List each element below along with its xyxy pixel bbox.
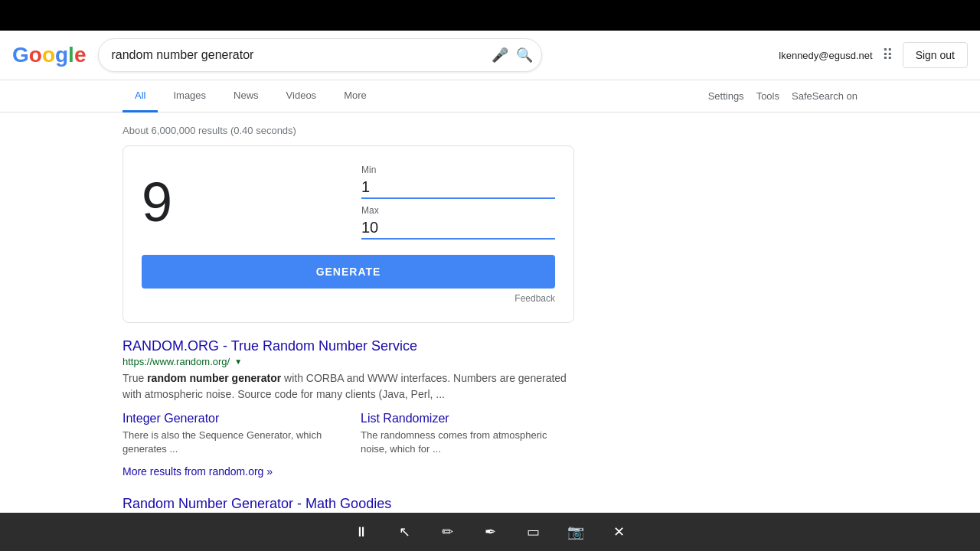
nav-item-more[interactable]: More bbox=[332, 80, 379, 112]
nav-item-all[interactable]: All bbox=[122, 80, 158, 112]
generate-button[interactable]: GENERATE bbox=[142, 255, 555, 289]
rng-number: 9 bbox=[142, 171, 361, 233]
highlight-button[interactable]: ✒ bbox=[476, 518, 504, 546]
pencil-button[interactable]: ✏ bbox=[433, 518, 461, 546]
sub-result-desc-list: The randomness comes from atmospheric no… bbox=[361, 429, 574, 456]
rng-widget: 9 Min Max GENERATE Feedback bbox=[122, 145, 574, 323]
close-button[interactable]: ✕ bbox=[605, 518, 632, 546]
result-title-2[interactable]: Random Number Generator - Math Goodies bbox=[122, 496, 391, 511]
top-bar bbox=[0, 0, 980, 31]
header-right: lkennedy@egusd.net ⠿ Sign out bbox=[779, 42, 968, 68]
google-logo[interactable]: Google bbox=[12, 43, 86, 67]
more-results-link[interactable]: More results from random.org » bbox=[122, 465, 574, 478]
main-content: About 6,000,000 results (0.40 seconds) 9… bbox=[0, 112, 980, 549]
rng-top: 9 Min Max bbox=[142, 165, 555, 240]
result-item-1: RANDOM.ORG - True Random Number Service … bbox=[122, 338, 574, 478]
rng-min-label: Min bbox=[361, 165, 555, 175]
search-box-container: 🎤 🔍 bbox=[98, 38, 542, 72]
nav-bar: All Images News Videos More Settings Too… bbox=[0, 80, 980, 112]
rng-min-input[interactable] bbox=[361, 177, 555, 199]
nav-right: Settings Tools SafeSearch on bbox=[708, 90, 858, 102]
bottom-toolbar: ⏸ ↖ ✏ ✒ ▭ 📷 ✕ bbox=[0, 513, 980, 549]
result-url-1: https://www.random.org/ bbox=[122, 356, 230, 367]
sub-result-integer: Integer Generator There is also the Sequ… bbox=[122, 412, 336, 456]
nav-item-videos[interactable]: Videos bbox=[274, 80, 329, 112]
rectangle-button[interactable]: ▭ bbox=[519, 518, 547, 546]
search-icon[interactable]: 🔍 bbox=[516, 47, 533, 64]
safesearch-label: SafeSearch on bbox=[792, 90, 858, 102]
nav-item-images[interactable]: Images bbox=[161, 80, 218, 112]
result-url-arrow-1[interactable]: ▼ bbox=[234, 357, 242, 366]
rng-max-input[interactable] bbox=[361, 217, 555, 240]
rng-max-label: Max bbox=[361, 205, 555, 216]
rng-min-group: Min bbox=[361, 165, 555, 199]
sub-result-title-integer[interactable]: Integer Generator bbox=[122, 412, 219, 425]
grid-icon[interactable]: ⠿ bbox=[882, 46, 893, 64]
user-email: lkennedy@egusd.net bbox=[779, 50, 872, 61]
mic-icon[interactable]: 🎤 bbox=[492, 47, 508, 64]
sub-result-desc-integer: There is also the Sequence Generator, wh… bbox=[122, 429, 336, 456]
sub-result-title-list[interactable]: List Randomizer bbox=[361, 412, 449, 425]
settings-link[interactable]: Settings bbox=[708, 90, 744, 102]
result-url-row-1: https://www.random.org/ ▼ bbox=[122, 356, 574, 367]
pause-button[interactable]: ⏸ bbox=[348, 518, 375, 546]
rng-controls: Min Max bbox=[361, 165, 555, 240]
search-icons: 🎤 🔍 bbox=[492, 47, 533, 64]
tools-link[interactable]: Tools bbox=[756, 90, 779, 102]
sign-out-button[interactable]: Sign out bbox=[903, 42, 968, 68]
camera-button[interactable]: 📷 bbox=[562, 518, 590, 546]
header: Google 🎤 🔍 lkennedy@egusd.net ⠿ Sign out bbox=[0, 31, 980, 80]
rng-max-group: Max bbox=[361, 205, 555, 240]
result-snippet-1: True random number generator with CORBA … bbox=[122, 370, 574, 403]
feedback-link[interactable]: Feedback bbox=[142, 293, 555, 304]
cursor-button[interactable]: ↖ bbox=[390, 518, 418, 546]
sub-result-list: List Randomizer The randomness comes fro… bbox=[361, 412, 574, 456]
results-count: About 6,000,000 results (0.40 seconds) bbox=[122, 119, 858, 145]
sub-results-1: Integer Generator There is also the Sequ… bbox=[122, 412, 574, 456]
result-title-1[interactable]: RANDOM.ORG - True Random Number Service bbox=[122, 338, 417, 354]
nav-item-news[interactable]: News bbox=[221, 80, 271, 112]
search-input[interactable] bbox=[98, 38, 542, 72]
